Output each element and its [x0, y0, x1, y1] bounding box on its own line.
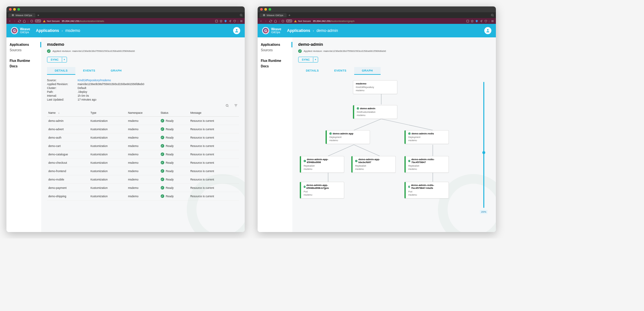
sidebar-item-docs[interactable]: Docs — [258, 63, 292, 69]
sidebar-item-fluxruntime[interactable]: Flux Runtime — [258, 58, 292, 63]
kv-source-val[interactable]: KindGitRepository/msdemo — [78, 79, 111, 82]
url-text[interactable]: 35.204.242.231/kustomization/graph — [313, 20, 464, 23]
menu-icon[interactable] — [491, 20, 494, 23]
brand-bot: GitOps — [271, 31, 281, 34]
filter-icon[interactable] — [234, 104, 238, 107]
min-dot[interactable] — [13, 8, 16, 11]
graph-node-root[interactable]: msdemo KindGitRepositorymsdemo — [353, 80, 397, 94]
vpn-badge[interactable]: VPN — [286, 20, 292, 22]
max-dot[interactable] — [17, 8, 20, 11]
sync-button[interactable]: SYNC ▾ — [47, 57, 67, 63]
tab-events[interactable]: EVENTS — [75, 67, 103, 75]
tab-graph[interactable]: GRAPH — [354, 67, 381, 75]
sync-button[interactable]: SYNC ▾ — [298, 57, 318, 63]
forward-icon[interactable] — [13, 20, 16, 23]
graph-canvas[interactable]: msdemo KindGitRepositorymsdemo demo-admi… — [298, 79, 490, 230]
share-icon[interactable] — [215, 20, 218, 23]
crumb-root[interactable]: Applications — [36, 28, 59, 33]
extension-icon[interactable] — [30, 20, 33, 23]
shield-icon[interactable] — [475, 20, 478, 23]
graph-node-pod2[interactable]: demo-admin-redis-7bc4579847-hls2b Podmsd… — [404, 182, 449, 199]
col-type[interactable]: Type — [89, 109, 127, 117]
browser-tab[interactable]: Weave GitOps — [260, 13, 287, 17]
heart-icon[interactable] — [233, 20, 236, 23]
tab-details[interactable]: DETAILS — [47, 67, 75, 75]
account-avatar[interactable] — [484, 27, 491, 34]
bookmark-icon[interactable] — [471, 20, 474, 23]
reload-icon[interactable] — [18, 20, 21, 23]
check-icon — [298, 49, 302, 53]
sync-dropdown-icon[interactable]: ▾ — [62, 57, 67, 62]
sidebar-item-applications[interactable]: Applications — [258, 42, 292, 47]
table-row[interactable]: demo-checkoutKustomizationmsdemoReadyRes… — [47, 159, 239, 167]
col-status[interactable]: Status — [159, 109, 189, 117]
search-icon[interactable] — [225, 104, 229, 107]
table-row[interactable]: demo-advertKustomizationmsdemoReadyResou… — [47, 125, 239, 133]
table-row[interactable]: demo-adminKustomizationmsdemoReadyResour… — [47, 117, 239, 125]
send-icon[interactable] — [480, 20, 483, 23]
close-dot[interactable] — [9, 8, 12, 11]
col-message[interactable]: Message — [189, 109, 239, 117]
col-name[interactable]: Name↓ — [47, 109, 89, 117]
sidebar-item-sources[interactable]: Sources — [6, 47, 41, 53]
graph-node-admin[interactable]: demo-admin KindKustomizationmsdemo — [353, 105, 397, 119]
home-icon[interactable] — [274, 20, 277, 23]
sidebar-item-applications[interactable]: Applications — [6, 42, 41, 47]
bookmark-icon[interactable] — [220, 20, 223, 23]
graph-node-rs2[interactable]: demo-admin-app-bbcbcfb97 ReplicaSetmsdem… — [351, 156, 396, 173]
security-indicator[interactable]: Not Secure — [294, 20, 311, 23]
forward-icon[interactable] — [264, 20, 267, 23]
reload-icon[interactable] — [269, 20, 272, 23]
cell-message: Resource is current — [189, 133, 239, 142]
tab-search-icon[interactable] — [240, 12, 243, 18]
url-text[interactable]: 35.204.242.231/kustomization/details — [62, 20, 213, 23]
brand-logo[interactable]: G WeaveGitOps — [11, 27, 30, 34]
graph-node-depApp[interactable]: demo-admin-app Deploymentmsdemo — [326, 130, 370, 144]
tab-details[interactable]: DETAILS — [298, 67, 327, 75]
zoom-track[interactable] — [483, 82, 484, 208]
url-bar[interactable]: | VPN Not Secure 35.204.242.231/kustomiz… — [6, 18, 245, 24]
brand-logo[interactable]: G WeaveGitOps — [262, 27, 281, 34]
new-tab-button[interactable]: + — [37, 14, 39, 17]
tab-events[interactable]: EVENTS — [327, 67, 354, 75]
share-icon[interactable] — [466, 20, 469, 23]
home-icon[interactable] — [23, 20, 26, 23]
security-indicator[interactable]: Not Secure — [43, 20, 60, 23]
graph-node-pod1[interactable]: demo-admin-app-65f48bd998-b7jpm Podmsdem… — [300, 182, 344, 199]
graph-node-rs1[interactable]: demo-admin-app-65f48bd998 ReplicaSetmsde… — [300, 156, 344, 173]
zoom-thumb[interactable] — [482, 151, 485, 154]
back-icon[interactable] — [8, 20, 11, 23]
heart-icon[interactable] — [484, 20, 487, 23]
crumb-root[interactable]: Applications — [287, 28, 310, 33]
url-bar[interactable]: | VPN Not Secure 35.204.242.231/kustomiz… — [258, 18, 496, 24]
table-row[interactable]: demo-authKustomizationmsdemoReadyResourc… — [47, 133, 239, 142]
window-details: Weave GitOps + | VPN Not Secure 35.204.2… — [6, 6, 245, 232]
back-icon[interactable] — [260, 20, 262, 23]
cell-namespace: msdemo — [127, 159, 159, 167]
max-dot[interactable] — [269, 8, 271, 11]
sidebar-item-fluxruntime[interactable]: Flux Runtime — [6, 58, 41, 63]
send-icon[interactable] — [229, 20, 232, 23]
vpn-badge[interactable]: VPN — [35, 20, 41, 22]
tab-search-icon[interactable] — [491, 12, 494, 18]
table-row[interactable]: demo-frontendKustomizationmsdemoReadyRes… — [47, 167, 239, 175]
graph-node-depRedis[interactable]: demo-admin-redis Deploymentmsdemo — [404, 130, 449, 144]
tab-graph[interactable]: GRAPH — [103, 67, 129, 75]
new-tab-button[interactable]: + — [289, 14, 290, 17]
close-dot[interactable] — [260, 8, 263, 11]
table-row[interactable]: demo-catalogueKustomizationmsdemoReadyRe… — [47, 150, 239, 159]
account-avatar[interactable] — [233, 27, 240, 34]
menu-icon[interactable] — [240, 20, 243, 23]
zoom-slider[interactable]: 20% — [480, 82, 487, 214]
extension-icon[interactable] — [281, 20, 284, 23]
table-row[interactable]: demo-cartKustomizationmsdemoReadyResourc… — [47, 142, 239, 150]
browser-tab[interactable]: Weave GitOps — [8, 13, 35, 17]
graph-node-rs3[interactable]: demo-admin-redis-7bc4579847 ReplicaSetms… — [404, 156, 449, 173]
sidebar-item-docs[interactable]: Docs — [6, 63, 41, 69]
col-namespace[interactable]: Namespace — [127, 109, 159, 117]
shield-icon[interactable] — [224, 20, 227, 23]
sync-dropdown-icon[interactable]: ▾ — [313, 57, 318, 62]
min-dot[interactable] — [264, 8, 267, 11]
sidebar-item-sources[interactable]: Sources — [258, 47, 292, 53]
cell-name: demo-payment — [47, 184, 89, 192]
